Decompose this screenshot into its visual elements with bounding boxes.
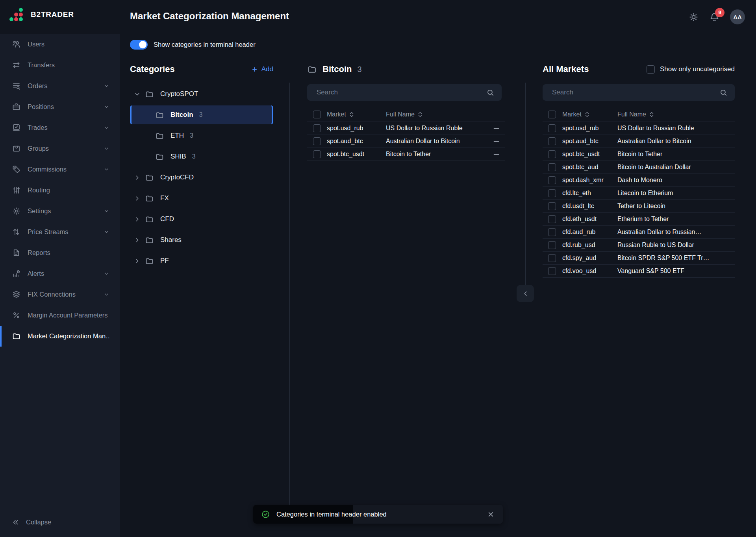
table-row[interactable]: spot.usd_rub US Dollar to Russian Ruble: [543, 122, 735, 135]
sidebar-item[interactable]: Alerts: [0, 263, 120, 284]
column-header-market[interactable]: Market: [562, 111, 617, 118]
tree-item[interactable]: CryptoSPOT: [130, 85, 273, 103]
avatar[interactable]: AA: [730, 9, 745, 24]
table-row[interactable]: cfd.voo_usd Vanguard S&P 500 ETF: [543, 265, 735, 278]
full-name-cell: Litecoin to Etherium: [617, 190, 673, 197]
row-checkbox[interactable]: [548, 150, 556, 158]
uncategorised-checkbox[interactable]: [647, 65, 655, 74]
table-row[interactable]: spot.aud_btc Australian Dollar to Bitcoi…: [307, 135, 505, 148]
row-checkbox[interactable]: [548, 176, 556, 184]
chevron-down-icon: [104, 208, 109, 214]
row-checkbox[interactable]: [548, 189, 556, 197]
tree-item[interactable]: Shares: [130, 231, 273, 249]
page-title: Market Categorization Management: [130, 11, 289, 22]
sidebar-item[interactable]: Positions: [0, 96, 120, 117]
row-checkbox[interactable]: [313, 150, 321, 158]
column-header-market[interactable]: Market: [327, 111, 386, 118]
tree-item[interactable]: SHIB 3: [130, 147, 273, 166]
groups-icon: [12, 144, 21, 153]
sidebar-item[interactable]: Orders: [0, 76, 120, 96]
table-row[interactable]: spot.aud_btc Australian Dollar to Bitcoi…: [543, 135, 735, 148]
table-row[interactable]: spot.btc_usdt Bitcoin to Tether: [543, 148, 735, 161]
table-row[interactable]: cfd.usdt_ltc Tether to Litecoin: [543, 200, 735, 213]
column-header-full-name[interactable]: Full Name: [617, 111, 735, 118]
sidebar-collapse-button[interactable]: Collapse: [0, 513, 120, 531]
tree-item-count: 3: [190, 132, 193, 139]
tree-item[interactable]: CFD: [130, 210, 273, 229]
row-checkbox[interactable]: [548, 228, 556, 236]
tree-item[interactable]: Bitcoin 3: [130, 105, 273, 124]
column-header-full-name[interactable]: Full Name: [386, 111, 488, 118]
select-all-checkbox[interactable]: [548, 111, 556, 118]
sidebar-item[interactable]: Users: [0, 34, 120, 55]
chevron-down-icon[interactable]: [134, 91, 145, 98]
sidebar-item[interactable]: Settings: [0, 201, 120, 221]
show-categories-toggle[interactable]: [130, 40, 148, 50]
chevron-right-icon[interactable]: [134, 258, 145, 264]
folder-icon: [145, 173, 154, 182]
row-checkbox[interactable]: [548, 124, 556, 132]
table-row[interactable]: cfd.ltc_eth Litecoin to Etherium: [543, 187, 735, 200]
row-checkbox[interactable]: [313, 124, 321, 132]
market-cell: cfd.voo_usd: [562, 268, 596, 275]
add-category-button[interactable]: Add: [251, 65, 273, 73]
sidebar-item[interactable]: Groups: [0, 138, 120, 159]
sidebar-item[interactable]: Price Streams: [0, 221, 120, 242]
sidebar-item[interactable]: Market Categorization Man…: [0, 326, 120, 347]
row-checkbox[interactable]: [548, 267, 556, 275]
sidebar-item[interactable]: Trades: [0, 117, 120, 138]
row-checkbox[interactable]: [548, 163, 556, 171]
row-checkbox[interactable]: [548, 202, 556, 210]
remove-market-icon[interactable]: [488, 137, 505, 146]
row-checkbox[interactable]: [548, 215, 556, 223]
remove-market-icon[interactable]: [488, 124, 505, 133]
row-checkbox[interactable]: [313, 137, 321, 145]
table-row[interactable]: cfd.eth_usdt Etherium to Tether: [543, 213, 735, 226]
row-checkbox[interactable]: [548, 137, 556, 145]
chevron-right-icon[interactable]: [134, 237, 145, 244]
trades-icon: [12, 123, 21, 132]
chevron-right-icon[interactable]: [134, 174, 145, 181]
notifications-icon[interactable]: 9: [709, 12, 720, 22]
table-row[interactable]: cfd.aud_rub Australian Dollar to Russian…: [543, 226, 735, 239]
tree-item[interactable]: CryptoCFD: [130, 168, 273, 187]
settings-icon: [12, 207, 21, 216]
market-cell: cfd.ltc_eth: [562, 190, 591, 197]
table-row[interactable]: cfd.spy_aud Bitcoin SPDR S&P 500 ETF Tr…: [543, 252, 735, 265]
row-checkbox[interactable]: [548, 241, 556, 249]
sidebar-item[interactable]: Commissions: [0, 159, 120, 180]
sidebar-item[interactable]: Margin Account Parameters: [0, 305, 120, 326]
collapse-panel-button[interactable]: [517, 285, 534, 302]
sidebar-item[interactable]: FIX Connections: [0, 284, 120, 305]
tree-item[interactable]: PF: [130, 251, 273, 270]
full-name-cell: US Dollar to Russian Ruble: [617, 125, 694, 132]
full-name-cell: Russian Ruble to US Dollar: [617, 242, 694, 249]
all-markets-search-input[interactable]: [543, 84, 719, 101]
sidebar-item-label: Positions: [28, 103, 104, 111]
chevron-down-icon: [104, 83, 109, 89]
table-row[interactable]: spot.btc_usdt Bitcoin to Tether: [307, 148, 505, 161]
theme-icon[interactable]: [688, 12, 699, 22]
table-row[interactable]: cfd.rub_usd Russian Ruble to US Dollar: [543, 239, 735, 252]
remove-market-icon[interactable]: [488, 150, 505, 159]
sidebar-item[interactable]: Transfers: [0, 55, 120, 76]
table-row[interactable]: spot.usd_rub US Dollar to Russian Ruble: [307, 122, 505, 135]
show-only-uncategorised-filter[interactable]: Show only uncategorised: [647, 65, 735, 74]
table-row[interactable]: spot.dash_xmr Dash to Monero: [543, 174, 735, 187]
all-markets-title: All Markets: [543, 64, 589, 74]
sidebar-item-label: FIX Connections: [28, 291, 104, 298]
toast-close-icon[interactable]: [487, 510, 495, 519]
sidebar-item[interactable]: Routing: [0, 180, 120, 201]
tree-item[interactable]: FX: [130, 189, 273, 208]
chevron-right-icon[interactable]: [134, 216, 145, 223]
select-all-checkbox[interactable]: [313, 111, 321, 118]
sidebar-item-label: Market Categorization Man…: [28, 332, 109, 340]
table-row[interactable]: spot.btc_aud Bitcoin to Australian Dolla…: [543, 161, 735, 174]
tree-item-label: PF: [160, 257, 169, 265]
sidebar-item-label: Transfers: [28, 61, 109, 69]
chevron-right-icon[interactable]: [134, 195, 145, 202]
tree-item[interactable]: ETH 3: [130, 126, 273, 145]
sidebar-item[interactable]: Reports: [0, 242, 120, 263]
category-search-input[interactable]: [307, 84, 486, 101]
row-checkbox[interactable]: [548, 254, 556, 262]
